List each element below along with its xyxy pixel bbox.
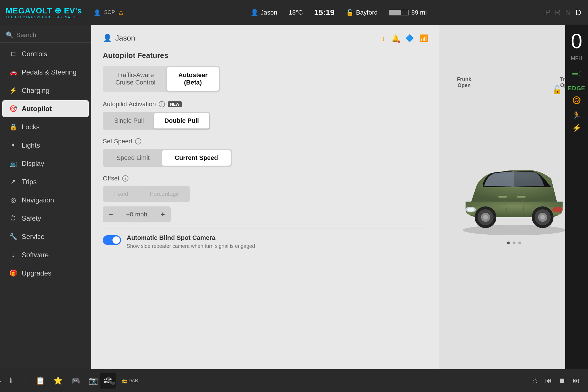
settings-content: 👤 Jason ↓ 🔔 🔷 📶 Autopilot Features Traff… xyxy=(91,25,440,369)
game-icon[interactable]: 🎮 xyxy=(71,376,80,385)
features-section: Autopilot Features Traffic-AwareCruise C… xyxy=(103,51,428,92)
offset-title: Offset i xyxy=(103,175,428,182)
mph-control: − +0 mph + xyxy=(103,206,171,222)
car-image xyxy=(454,150,574,236)
sidebar-item-charging[interactable]: ⚡ Charging xyxy=(2,82,89,99)
svg-point-0 xyxy=(463,225,565,235)
speed-unit: MPH xyxy=(571,55,582,61)
set-speed-section: Set Speed i Speed Limit Current Speed xyxy=(103,138,428,167)
sidebar-item-locks[interactable]: 🔒 Locks xyxy=(2,118,89,136)
svg-rect-14 xyxy=(498,196,507,198)
temperature-value: 18°C xyxy=(289,9,303,16)
car-dots xyxy=(507,242,521,244)
trips-icon: ↗ xyxy=(9,178,17,186)
next-track-icon[interactable]: ⏭ xyxy=(573,377,579,385)
tacc-button[interactable]: Traffic-AwareCruise Control xyxy=(104,67,167,91)
sidebar-item-controls[interactable]: ⊟ Controls xyxy=(2,45,89,63)
star-icon[interactable]: ⭐ xyxy=(53,376,63,385)
info-taskbar-icon[interactable]: ℹ xyxy=(9,376,12,385)
sidebar-label-service: Service xyxy=(22,233,45,241)
logo-area: MEGAVOLT ⊕ EV's THE ELECTRIC VEHICLE SPE… xyxy=(6,6,82,19)
download-icon: ↓ xyxy=(382,34,385,42)
safety-icon: ⏱ xyxy=(9,215,17,222)
battery-status: 89 mi xyxy=(389,9,427,16)
percentage-button[interactable]: Percentage xyxy=(140,187,189,201)
set-speed-title: Set Speed i xyxy=(103,138,428,145)
car-dot-3 xyxy=(518,242,521,244)
lock-icon: 🔓 xyxy=(346,9,354,16)
time-status: 15:19 xyxy=(314,8,335,17)
double-pull-button[interactable]: Double Pull xyxy=(154,113,209,128)
sidebar-item-autopilot[interactable]: 🎯 Autopilot xyxy=(2,100,89,117)
offset-section: Offset i Fixed Percentage − +0 mph + xyxy=(103,175,428,222)
set-speed-info-icon[interactable]: i xyxy=(135,138,141,144)
svg-rect-16 xyxy=(572,73,578,75)
favorite-icon[interactable]: ☆ xyxy=(532,377,538,385)
autopilot-icon: 🎯 xyxy=(9,105,17,112)
clipboard-icon[interactable]: 📋 xyxy=(36,376,45,385)
car-dot-2 xyxy=(513,242,515,244)
camera-icon[interactable]: 📷 xyxy=(89,376,98,385)
sidebar-item-display[interactable]: 📺 Display xyxy=(2,155,89,172)
location-status: 🔓 Bayford xyxy=(346,9,378,16)
phone-icon[interactable]: 📞 xyxy=(106,376,116,385)
charging-icon: ⚡ xyxy=(9,87,17,94)
sidebar-item-upgrades[interactable]: 🎁 Upgrades xyxy=(2,265,89,282)
sidebar-item-lights[interactable]: ✦ Lights xyxy=(2,137,89,154)
lights-icon: ✦ xyxy=(9,142,17,149)
svg-text:!: ! xyxy=(576,99,577,102)
current-speed-button[interactable]: Current Speed xyxy=(162,150,231,166)
sidebar-label-software: Software xyxy=(22,251,49,259)
sidebar-label-charging: Charging xyxy=(22,87,49,95)
range-value: 89 mi xyxy=(411,9,427,16)
sidebar-item-software[interactable]: ↓ Software xyxy=(2,246,89,264)
gear-n: N xyxy=(565,8,575,17)
svg-point-2 xyxy=(467,208,474,212)
sidebar-item-pedals[interactable]: 🚗 Pedals & Steering xyxy=(2,64,89,81)
temperature-status: 18°C xyxy=(289,9,303,16)
edge-indicator: EDGE xyxy=(568,85,585,92)
activation-info-icon[interactable]: i xyxy=(159,101,165,107)
person-indicator: 🏃 xyxy=(572,111,581,120)
controls-taskbar-icon[interactable]: 🕹 xyxy=(0,376,1,385)
search-bar[interactable]: 🔍 Search xyxy=(0,28,91,43)
sidebar-label-display: Display xyxy=(22,160,44,168)
settings-header: 👤 Jason ↓ 🔔 🔷 📶 xyxy=(103,34,428,43)
lightning-indicator: ⚡ xyxy=(572,124,581,132)
speed-display: 0 xyxy=(571,31,582,51)
features-title: Autopilot Features xyxy=(103,51,428,60)
mph-increase-button[interactable]: + xyxy=(156,208,170,221)
stop-icon[interactable]: ⏹ xyxy=(559,377,566,385)
sidebar-label-navigation: Navigation xyxy=(22,196,54,204)
mph-decrease-button[interactable]: − xyxy=(104,208,118,221)
gear-p: P xyxy=(545,8,555,17)
speed-limit-button[interactable]: Speed Limit xyxy=(104,150,162,166)
car-dot-1 xyxy=(507,242,510,244)
autosteer-button[interactable]: Autosteer(Beta) xyxy=(167,67,219,91)
user-icon: 👤 xyxy=(251,9,258,16)
signal-icon: 📶 xyxy=(420,34,428,42)
offset-info-icon[interactable]: i xyxy=(122,175,128,182)
sidebar-label-upgrades: Upgrades xyxy=(22,269,51,277)
prev-track-icon[interactable]: ⏮ xyxy=(545,377,552,385)
sidebar-item-service[interactable]: 🔧 Service xyxy=(2,228,89,245)
svg-line-17 xyxy=(579,72,581,72)
bluetooth-icon: 🔷 xyxy=(405,34,414,42)
single-pull-button[interactable]: Single Pull xyxy=(104,113,154,128)
time-value: 15:19 xyxy=(314,8,335,17)
status-icons-left: 👤 SOP ⚠ xyxy=(94,9,124,16)
user-info: 👤 Jason xyxy=(103,34,135,43)
sidebar-item-safety[interactable]: ⏱ Safety xyxy=(2,210,89,227)
main-layout: 🔍 Search ⊟ Controls 🚗 Pedals & Steering … xyxy=(0,25,588,369)
sidebar-label-locks: Locks xyxy=(22,123,40,131)
sidebar-item-trips[interactable]: ↗ Trips xyxy=(2,173,89,190)
software-icon: ↓ xyxy=(9,251,17,259)
user-avatar-icon: 👤 xyxy=(103,34,112,43)
pedals-icon: 🚗 xyxy=(9,69,17,76)
blind-spot-toggle[interactable] xyxy=(103,235,121,245)
status-user: Jason xyxy=(261,9,277,16)
sidebar-item-navigation[interactable]: ◎ Navigation xyxy=(2,192,89,209)
more-icon[interactable]: ··· xyxy=(21,376,27,385)
search-icon: 🔍 xyxy=(6,31,13,39)
fixed-button[interactable]: Fixed xyxy=(104,187,138,201)
